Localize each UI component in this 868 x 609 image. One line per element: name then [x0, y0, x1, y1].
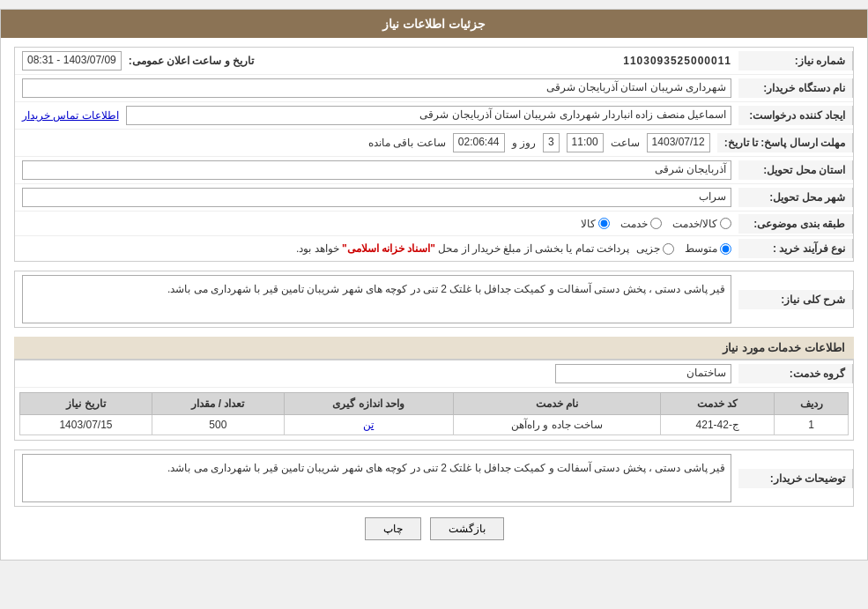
response-deadline-row: مهلت ارسال پاسخ: تا تاریخ: 1403/07/12 سا…	[15, 130, 853, 157]
col-amount: تعداد / مقدار	[152, 393, 284, 415]
cell-unit: تن	[284, 415, 453, 435]
purchase-type-radio-motavasset[interactable]	[720, 243, 731, 255]
need-number-row: شماره نیاز: 1103093525000011 تاریخ و ساع…	[15, 48, 853, 75]
buttons-row: بازگشت چاپ	[14, 517, 854, 540]
category-row: طبقه بندی موضوعی: کالا/خدمت خدمت	[15, 212, 853, 236]
purchase-type-label-motavasset: متوسط	[685, 242, 717, 255]
need-number-value: 1103093525000011 تاریخ و ساعت اعلان عموم…	[15, 48, 738, 74]
response-time-text: 11:00	[572, 136, 598, 148]
buyer-org-label: نام دستگاه خریدار:	[738, 78, 853, 98]
description-label: شرح کلی نیاز:	[738, 290, 853, 309]
creator-contact-link[interactable]: اطلاعات تماس خریدار	[22, 109, 119, 122]
category-label-khedmat: خدمت	[620, 218, 648, 230]
cell-amount: 500	[152, 415, 284, 435]
delivery-province-text: آذربایجان شرقی	[655, 163, 726, 175]
purchase-type-label-jozii: جزیی	[636, 242, 660, 255]
purchase-type-value: متوسط جزیی پرداخت تمام یا بخشی از مبلغ خ…	[15, 239, 738, 258]
description-section: شرح کلی نیاز: قیر پاشی دستی ، پخش دستی آ…	[14, 271, 854, 328]
buyer-note-section: توضیحات خریدار: قیر پاشی دستی ، پخش دستی…	[14, 449, 854, 507]
category-radio-kala[interactable]	[598, 218, 610, 229]
page-header: جزئیات اطلاعات نیاز	[1, 10, 867, 38]
purchase-type-option-motavasset: متوسط	[685, 242, 731, 255]
category-radio-group: کالا/خدمت خدمت کالا	[22, 218, 731, 230]
col-date: تاریخ نیاز	[20, 393, 152, 415]
announce-date-box: 1403/07/09 - 08:31	[22, 51, 122, 71]
services-group-box: ساختمان	[555, 364, 731, 383]
content-area: شماره نیاز: 1103093525000011 تاریخ و ساع…	[1, 38, 867, 560]
buyer-org-text: شهرداری شریبان استان آذربایجان شرقی	[546, 81, 726, 93]
services-group-text: ساختمان	[686, 367, 726, 379]
need-number-label: شماره نیاز:	[738, 51, 853, 71]
response-deadline-value: 1403/07/12 ساعت 11:00 3 روز و 02:06:44	[15, 130, 717, 156]
description-text: قیر پاشی دستی ، پخش دستی آسفالت و کمیکت …	[167, 283, 725, 295]
table-container: ردیف کد خدمت نام خدمت واحد اندازه گیری ت…	[15, 388, 853, 440]
buyer-note-row: توضیحات خریدار: قیر پاشی دستی ، پخش دستی…	[15, 450, 853, 506]
purchase-type-radio-jozii[interactable]	[663, 243, 674, 255]
cell-date: 1403/07/15	[20, 415, 152, 435]
cell-code: ج-42-421	[661, 415, 775, 435]
purchase-type-row: نوع فرآیند خرید : متوسط جزیی	[15, 236, 853, 261]
purchase-type-option-jozii: جزیی	[636, 242, 674, 255]
buyer-note-value: قیر پاشی دستی ، پخش دستی آسفالت و کمیکت …	[15, 450, 738, 506]
announce-date-label: تاریخ و ساعت اعلان عمومی:	[129, 55, 254, 67]
cell-name: ساخت جاده و راه‌آهن	[453, 415, 660, 435]
response-date-box: 1403/07/12	[647, 133, 710, 152]
delivery-city-box: سراب	[22, 188, 731, 207]
table-header-row: ردیف کد خدمت نام خدمت واحد اندازه گیری ت…	[20, 393, 849, 415]
response-date-text: 1403/07/12	[652, 136, 705, 148]
response-time-label: ساعت	[611, 137, 640, 149]
page-container: جزئیات اطلاعات نیاز شماره نیاز: 11030935…	[0, 9, 868, 561]
creator-row: ایجاد کننده درخواست: اسماعیل منصف زاده ا…	[15, 102, 853, 130]
buyer-note-label: توضیحات خریدار:	[738, 469, 853, 488]
table-body: 1 ج-42-421 ساخت جاده و راه‌آهن تن 500 14…	[20, 415, 849, 435]
description-value: قیر پاشی دستی ، پخش دستی آسفالت و کمیکت …	[15, 271, 738, 327]
need-number-text: 1103093525000011	[623, 55, 731, 67]
category-label-kala: کالا	[581, 218, 596, 230]
main-info-section: شماره نیاز: 1103093525000011 تاریخ و ساع…	[14, 47, 854, 262]
purchase-type-label: نوع فرآیند خرید :	[738, 239, 853, 258]
islamic-notes-link: "اسناد خزانه اسلامی"	[342, 242, 435, 255]
services-group-row: گروه خدمت: ساختمان	[15, 360, 853, 388]
category-radio-khedmat[interactable]	[650, 218, 662, 229]
delivery-province-row: استان محل تحویل: آذربایجان شرقی	[15, 157, 853, 184]
category-option-khedmat: خدمت	[620, 218, 662, 230]
col-unit: واحد اندازه گیری	[284, 393, 453, 415]
services-group-label: گروه خدمت:	[738, 364, 853, 383]
response-remaining-box: 02:06:44	[453, 133, 505, 152]
category-radio-kala-khedmat[interactable]	[720, 218, 731, 229]
buyer-org-value: شهرداری شریبان استان آذربایجان شرقی	[15, 75, 738, 101]
col-name: نام خدمت	[453, 393, 660, 415]
back-button[interactable]: بازگشت	[430, 517, 504, 540]
response-days-text: 3	[548, 136, 554, 148]
creator-label: ایجاد کننده درخواست:	[738, 106, 853, 125]
response-days-label: روز و	[512, 137, 536, 149]
response-time-box: 11:00	[567, 133, 604, 152]
col-code: کد خدمت	[661, 393, 775, 415]
category-option-kala: کالا	[581, 218, 610, 230]
print-button[interactable]: چاپ	[365, 517, 421, 540]
delivery-city-row: شهر محل تحویل: سراب	[15, 184, 853, 212]
delivery-city-text: سراب	[699, 190, 726, 203]
purchase-type-radio-group: متوسط جزیی	[636, 242, 731, 255]
description-row: شرح کلی نیاز: قیر پاشی دستی ، پخش دستی آ…	[15, 271, 853, 327]
creator-value: اسماعیل منصف زاده انبار‌دار شهرداری شریب…	[15, 102, 738, 129]
category-value: کالا/خدمت خدمت کالا	[15, 214, 738, 234]
response-remaining-label: ساعت باقی مانده	[368, 137, 446, 149]
creator-box: اسماعیل منصف زاده انبار‌دار شهرداری شریب…	[126, 106, 731, 125]
services-table: ردیف کد خدمت نام خدمت واحد اندازه گیری ت…	[19, 392, 849, 435]
category-label: طبقه بندی موضوعی:	[738, 214, 853, 234]
buyer-note-box: قیر پاشی دستی ، پخش دستی آسفالت و کمیکت …	[22, 454, 731, 502]
services-group-value: ساختمان	[15, 360, 738, 387]
delivery-province-box: آذربایجان شرقی	[22, 160, 731, 180]
buyer-org-box: شهرداری شریبان استان آذربایجان شرقی	[22, 78, 731, 98]
buyer-org-row: نام دستگاه خریدار: شهرداری شریبان استان …	[15, 75, 853, 102]
services-info-section: گروه خدمت: ساختمان ردیف کد خدمت نام خدمت	[14, 360, 854, 441]
category-option-kala-khedmat: کالا/خدمت	[672, 218, 731, 230]
category-label-kala-khedmat: کالا/خدمت	[672, 218, 717, 230]
services-section-title: اطلاعات خدمات مورد نیاز	[14, 337, 854, 360]
delivery-city-label: شهر محل تحویل:	[738, 188, 853, 207]
table-row: 1 ج-42-421 ساخت جاده و راه‌آهن تن 500 14…	[20, 415, 849, 435]
creator-text: اسماعیل منصف زاده انبار‌دار شهرداری شریب…	[419, 108, 726, 121]
purchase-type-note: پرداخت تمام یا بخشی از مبلغ خریدار از مح…	[296, 242, 629, 255]
response-deadline-label: مهلت ارسال پاسخ: تا تاریخ:	[717, 133, 853, 152]
